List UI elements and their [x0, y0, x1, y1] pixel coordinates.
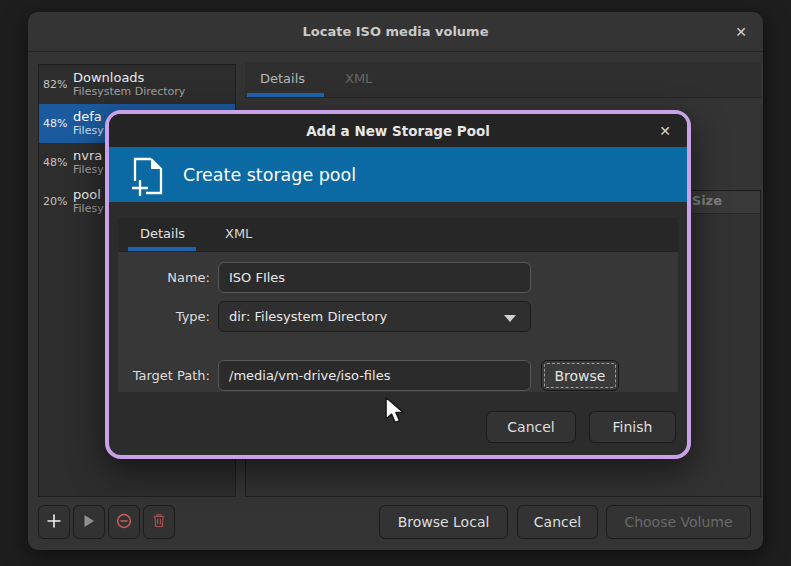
type-label: Type: [118, 301, 210, 332]
dialog-inner: Add a New Storage Pool ✕ Create storage … [109, 114, 687, 455]
target-path-label: Target Path: [118, 360, 210, 391]
dialog-titlebar: Add a New Storage Pool ✕ [109, 114, 687, 147]
banner-title: Create storage pool [183, 165, 356, 185]
add-storage-pool-dialog: Add a New Storage Pool ✕ Create storage … [105, 110, 691, 459]
window-close-icon[interactable]: ✕ [735, 12, 747, 52]
pool-usage-percent: 48% [43, 156, 73, 169]
new-document-plus-icon [129, 153, 167, 197]
delete-pool-button[interactable] [143, 505, 175, 539]
tab-details[interactable]: Details [260, 71, 305, 86]
pool-name: pool [73, 188, 104, 203]
window-titlebar: Locate ISO media volume ✕ [28, 12, 763, 52]
start-pool-button[interactable] [73, 505, 105, 539]
name-label: Name: [118, 262, 210, 293]
size-column-header[interactable]: Size [692, 193, 722, 208]
cancel-button[interactable]: Cancel [517, 505, 598, 539]
stop-pool-button[interactable] [108, 505, 140, 539]
dialog-tab-xml[interactable]: XML [225, 226, 252, 241]
dialog-form: Name: Type: dir: Filesystem Directory Ta… [118, 252, 678, 392]
pool-type: Filesystem Directory [73, 86, 185, 99]
dialog-banner: Create storage pool [109, 147, 687, 202]
target-path-input[interactable] [218, 360, 531, 391]
pool-row-downloads[interactable]: 82% Downloads Filesystem Directory [39, 65, 235, 104]
pool-name: nvra [73, 149, 104, 164]
play-icon [82, 514, 96, 531]
pool-name: Downloads [73, 71, 185, 86]
pool-type: Filesy [73, 203, 104, 216]
active-tab-underline [247, 93, 324, 97]
dialog-active-tab-underline [128, 247, 196, 251]
dialog-tab-details[interactable]: Details [140, 226, 185, 241]
window-footer: Browse Local Cancel Choose Volume [38, 505, 751, 539]
pool-usage-percent: 20% [43, 195, 73, 208]
dialog-tabs: Details XML [118, 218, 678, 252]
browse-local-button[interactable]: Browse Local [379, 505, 508, 539]
chevron-down-icon [504, 315, 516, 322]
dialog-notebook: Details XML Name: Type: dir: Filesystem … [118, 218, 678, 392]
pool-usage-percent: 82% [43, 78, 73, 91]
trash-icon [152, 513, 166, 531]
pool-type: Filesy [73, 125, 104, 138]
dialog-cancel-button[interactable]: Cancel [486, 411, 576, 443]
add-pool-button[interactable] [38, 505, 70, 539]
dialog-title: Add a New Storage Pool [306, 123, 490, 139]
choose-volume-button[interactable]: Choose Volume [606, 505, 751, 539]
name-input[interactable] [218, 262, 531, 293]
dialog-buttons: Cancel Finish [486, 411, 676, 443]
pool-name: defa [73, 110, 104, 125]
pool-detail-tabs: Details XML [245, 62, 761, 98]
circle-minus-icon [116, 513, 132, 532]
plus-icon [46, 513, 62, 532]
window-title: Locate ISO media volume [303, 24, 489, 39]
browse-button[interactable]: Browse [541, 360, 619, 391]
type-dropdown-value: dir: Filesystem Directory [229, 309, 387, 324]
pool-usage-percent: 48% [43, 117, 73, 130]
dialog-close-icon[interactable]: ✕ [659, 114, 671, 147]
type-dropdown[interactable]: dir: Filesystem Directory [218, 301, 531, 332]
screen: Locate ISO media volume ✕ 82% Downloads … [0, 0, 791, 566]
pool-type: Filesy [73, 164, 104, 177]
tab-xml[interactable]: XML [345, 71, 372, 86]
dialog-finish-button[interactable]: Finish [589, 411, 676, 443]
